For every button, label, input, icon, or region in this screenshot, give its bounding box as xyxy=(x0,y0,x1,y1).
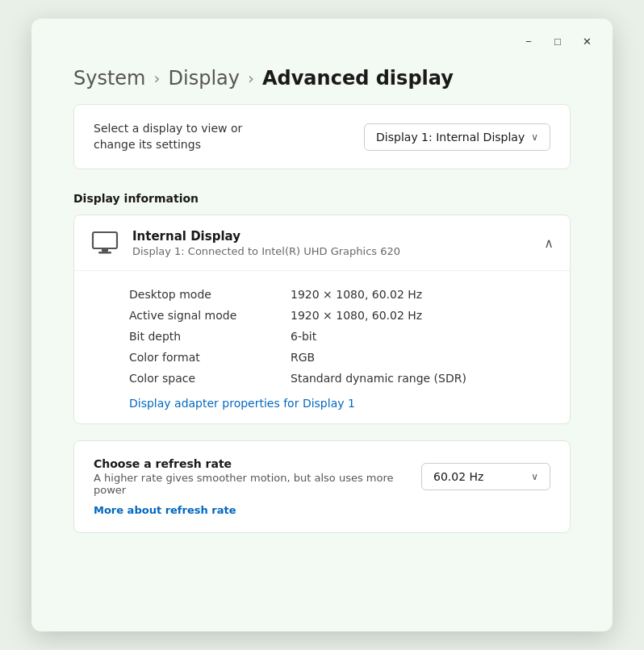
monitor-icon-container xyxy=(90,228,119,257)
table-row: Color format RGB xyxy=(129,347,554,368)
refresh-rate-value: 60.02 Hz xyxy=(433,470,483,483)
row-label-desktop-mode: Desktop mode xyxy=(129,288,291,301)
breadcrumb-display[interactable]: Display xyxy=(169,67,240,90)
titlebar: − □ ✕ xyxy=(31,19,613,51)
display-information-title: Display information xyxy=(73,192,571,205)
row-value-desktop-mode: 1920 × 1080, 60.02 Hz xyxy=(291,288,422,301)
table-row: Active signal mode 1920 × 1080, 60.02 Hz xyxy=(129,305,554,326)
monitor-icon xyxy=(91,231,119,255)
select-display-card: Select a display to view or change its s… xyxy=(73,104,571,169)
breadcrumb-system[interactable]: System xyxy=(73,67,146,90)
row-value-signal-mode: 1920 × 1080, 60.02 Hz xyxy=(291,309,422,322)
display-info-header-left: Internal Display Display 1: Connected to… xyxy=(90,228,400,257)
settings-window: − □ ✕ System › Display › Advanced displa… xyxy=(31,19,613,631)
row-value-bit-depth: 6-bit xyxy=(291,330,316,343)
breadcrumb-sep-1: › xyxy=(154,69,161,88)
breadcrumb-sep-2: › xyxy=(248,69,254,88)
table-row: Color space Standard dynamic range (SDR) xyxy=(129,368,554,389)
display-sub: Display 1: Connected to Intel(R) UHD Gra… xyxy=(132,245,400,257)
svg-rect-1 xyxy=(102,248,108,252)
refresh-rate-dropdown[interactable]: 60.02 Hz ∨ xyxy=(421,463,550,490)
row-label-signal-mode: Active signal mode xyxy=(129,309,291,322)
select-display-label: Select a display to view or change its s… xyxy=(94,121,271,152)
refresh-card-top: Choose a refresh rate A higher rate give… xyxy=(94,457,550,496)
dropdown-chevron-icon: ∨ xyxy=(531,131,538,143)
display-name: Internal Display xyxy=(132,229,400,244)
minimize-button[interactable]: − xyxy=(516,31,542,51)
display-selector-dropdown[interactable]: Display 1: Internal Display ∨ xyxy=(364,123,550,151)
breadcrumb-advanced: Advanced display xyxy=(262,67,454,90)
refresh-dropdown-chevron-icon: ∨ xyxy=(531,471,538,482)
svg-rect-2 xyxy=(98,252,111,254)
maximize-button[interactable]: □ xyxy=(545,31,571,51)
main-content: Select a display to view or change its s… xyxy=(31,96,613,559)
refresh-rate-card: Choose a refresh rate A higher rate give… xyxy=(73,440,571,533)
display-info-rows: Desktop mode 1920 × 1080, 60.02 Hz Activ… xyxy=(74,271,570,423)
display-info-text: Internal Display Display 1: Connected to… xyxy=(132,229,400,257)
adapter-properties-link[interactable]: Display adapter properties for Display 1 xyxy=(129,397,355,410)
table-row: Desktop mode 1920 × 1080, 60.02 Hz xyxy=(129,284,554,305)
refresh-rate-desc: A higher rate gives smoother motion, but… xyxy=(94,472,400,496)
row-label-color-space: Color space xyxy=(129,372,291,385)
collapse-icon: ∧ xyxy=(544,235,554,251)
row-label-color-format: Color format xyxy=(129,351,291,364)
breadcrumb: System › Display › Advanced display xyxy=(31,51,613,96)
row-value-color-space: Standard dynamic range (SDR) xyxy=(291,372,466,385)
close-button[interactable]: ✕ xyxy=(574,31,600,51)
display-info-card: Internal Display Display 1: Connected to… xyxy=(73,215,571,424)
svg-rect-0 xyxy=(93,232,117,248)
refresh-rate-title: Choose a refresh rate xyxy=(94,457,400,470)
refresh-card-text: Choose a refresh rate A higher rate give… xyxy=(94,457,400,496)
more-refresh-rate-link[interactable]: More about refresh rate xyxy=(94,504,550,516)
table-row: Bit depth 6-bit xyxy=(129,326,554,347)
row-value-color-format: RGB xyxy=(291,351,315,364)
display-selector-value: Display 1: Internal Display xyxy=(376,131,525,144)
row-label-bit-depth: Bit depth xyxy=(129,330,291,343)
display-info-header[interactable]: Internal Display Display 1: Connected to… xyxy=(74,215,570,271)
